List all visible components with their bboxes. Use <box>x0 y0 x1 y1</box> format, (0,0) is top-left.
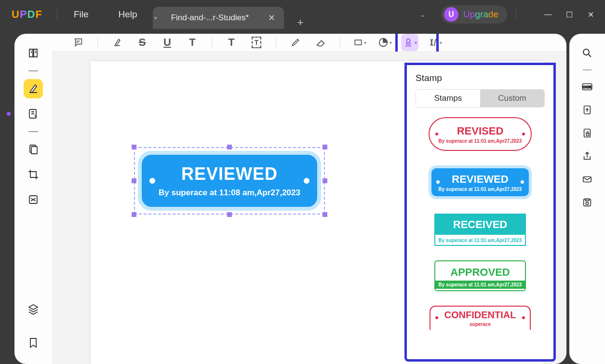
stamp-subtitle: By superace at 11:08 am,Apr27,2023 <box>159 188 300 198</box>
stamp-preset-confidential[interactable]: CONFIDENTIAL superace <box>430 306 531 330</box>
layers-button[interactable] <box>24 299 43 319</box>
mail-icon <box>582 174 592 185</box>
menu-help[interactable]: Help <box>117 9 139 20</box>
stamp-subtitle: By superace at 11:01 am,Apr27,2023 <box>435 281 525 289</box>
signature-button[interactable]: ▾ <box>426 34 444 51</box>
protect-button[interactable] <box>578 124 596 142</box>
squiggly-button[interactable]: T <box>184 34 201 51</box>
resize-handle[interactable] <box>227 145 232 149</box>
separator <box>516 9 516 20</box>
eraser-button[interactable] <box>312 34 329 51</box>
right-rail: OCR <box>569 34 605 364</box>
window-close-button[interactable]: ✕ <box>580 5 601 24</box>
convert-icon <box>582 105 592 115</box>
svg-text:OCR: OCR <box>583 85 592 89</box>
separator <box>57 9 57 20</box>
text-icon: T <box>228 36 234 49</box>
active-indicator-dot <box>7 112 11 116</box>
save-button[interactable] <box>578 194 596 211</box>
stamp-preset-received[interactable]: RECEIVED By superace at 11:01 am,Apr27,2… <box>434 214 526 246</box>
organize-pages-button[interactable] <box>24 140 43 159</box>
placed-stamp-selection[interactable]: REVIEWED By superace at 11:08 am,Apr27,2… <box>134 147 325 215</box>
content-area: S U T T T ▾ ▾ ▾ ▾ <box>52 34 566 364</box>
upgrade-button[interactable]: U Upgrade <box>441 5 507 24</box>
stamp-title: REVIEWED <box>452 173 508 186</box>
ocr-icon: OCR <box>581 81 593 93</box>
underline-icon: U <box>163 36 171 49</box>
stamp-preset-revised[interactable]: REVISED By superace at 11:01 am,Apr27,20… <box>429 117 532 151</box>
window-minimize-button[interactable]: — <box>538 5 559 24</box>
separator <box>28 70 38 71</box>
chevron-down-icon: ▾ <box>364 40 366 45</box>
window-maximize-button[interactable]: ☐ <box>559 5 580 24</box>
textbox-button[interactable]: T <box>248 34 265 51</box>
svg-rect-12 <box>586 134 589 136</box>
document-tab-active[interactable]: Find-and-...r-Studies* ✕ <box>159 7 284 29</box>
highlight-button[interactable] <box>108 34 126 51</box>
stamp-panel-tabs: Stamps Custom <box>416 89 545 108</box>
resize-handle[interactable] <box>323 212 327 217</box>
reader-mode-button[interactable] <box>24 43 43 63</box>
bookmark-button[interactable] <box>24 333 43 352</box>
stamp-preset-approved[interactable]: APPROVED By superace at 11:01 am,Apr27,2… <box>434 260 526 291</box>
pencil-button[interactable] <box>287 34 304 51</box>
underline-button[interactable]: U <box>159 34 176 51</box>
svg-rect-2 <box>31 147 37 154</box>
menu-file[interactable]: File <box>72 9 91 20</box>
sticker-button[interactable]: ▾ <box>376 34 393 51</box>
comment-mode-button[interactable] <box>24 79 43 98</box>
edit-mode-button[interactable] <box>24 104 43 123</box>
chevron-down-icon[interactable]: ⌄ <box>420 11 426 18</box>
annotate-toolbar: S U T T T ▾ ▾ ▾ ▾ <box>52 34 566 52</box>
share-button[interactable] <box>578 148 596 165</box>
stamp-subtitle: By superace at 11:01 am,Apr27,2023 <box>439 138 522 144</box>
crop-icon <box>27 169 39 180</box>
user-avatar: U <box>444 7 458 22</box>
document-tabs: ▾ Find-and-...r-Studies* ✕ + <box>153 0 304 29</box>
sticker-icon <box>378 37 389 48</box>
textbox-icon: T <box>252 37 262 48</box>
stamp-title: APPROVED <box>450 266 510 279</box>
close-icon[interactable]: ✕ <box>268 13 275 23</box>
stamp-subtitle: superace <box>470 322 491 327</box>
shape-button[interactable]: ▾ <box>351 34 368 51</box>
ocr-button[interactable]: OCR <box>578 78 596 95</box>
stamp-reviewed-placed[interactable]: REVIEWED By superace at 11:08 am,Apr27,2… <box>138 151 321 211</box>
strikethrough-button[interactable]: S <box>134 34 151 51</box>
resize-handle[interactable] <box>132 178 136 183</box>
tab-custom[interactable]: Custom <box>480 90 544 107</box>
stamp-rivet <box>149 178 155 184</box>
note-button[interactable] <box>69 34 87 51</box>
text-button[interactable]: T <box>223 34 240 51</box>
stamp-title: REVISED <box>457 125 504 137</box>
share-icon <box>582 151 592 162</box>
stamp-title: CONFIDENTIAL <box>444 310 516 321</box>
stamp-button[interactable]: ▾ <box>401 34 418 51</box>
convert-button[interactable] <box>578 101 596 119</box>
titlebar: UPDF File Help ▾ Find-and-...r-Studies* … <box>0 0 605 29</box>
resize-handle[interactable] <box>323 178 327 183</box>
stamp-list: REVISED By superace at 11:01 am,Apr27,20… <box>416 117 545 358</box>
bookmark-icon <box>27 337 39 349</box>
resize-handle[interactable] <box>227 212 232 217</box>
tab-title: Find-and-...r-Studies* <box>171 13 254 23</box>
svg-point-15 <box>586 202 589 205</box>
add-tab-button[interactable]: + <box>297 16 304 29</box>
resize-handle[interactable] <box>132 145 136 149</box>
resize-handle[interactable] <box>323 145 327 149</box>
tab-list-dropdown[interactable]: ▾ <box>153 7 159 29</box>
redact-button[interactable] <box>24 190 43 209</box>
eraser-icon <box>315 37 326 48</box>
chevron-down-icon: ▾ <box>390 40 392 45</box>
save-icon <box>582 197 592 208</box>
search-button[interactable] <box>578 44 596 62</box>
stamp-title: RECEIVED <box>435 215 525 235</box>
stamp-preset-reviewed[interactable]: REVIEWED By superace at 11:01 am,Apr27,2… <box>429 165 532 199</box>
crop-button[interactable] <box>24 165 43 184</box>
lock-page-icon <box>582 128 592 138</box>
tab-stamps[interactable]: Stamps <box>416 90 480 107</box>
email-button[interactable] <box>578 171 596 188</box>
stamp-title: REVIEWED <box>181 164 278 184</box>
resize-handle[interactable] <box>132 212 136 217</box>
search-icon <box>581 47 593 59</box>
